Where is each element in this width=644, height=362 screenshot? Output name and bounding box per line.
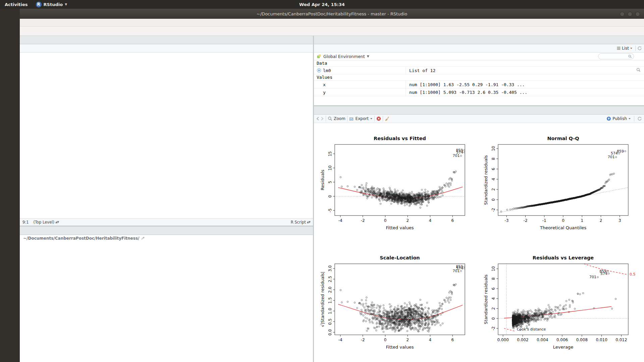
source-tabstrip (20, 36, 313, 44)
svg-text:574: 574 (600, 272, 607, 276)
app-menu-label: RStudio (44, 2, 63, 7)
close-button[interactable] (635, 12, 640, 16)
svg-text:Residuals: Residuals (320, 170, 325, 190)
svg-text:0.0: 0.0 (328, 329, 332, 336)
minimize-button[interactable] (620, 12, 625, 16)
app-menu[interactable]: R RStudio ▼ (33, 2, 70, 7)
subplot-normal-q-q: 859574701Normal Q-Q-3-2-10123Theoretical… (483, 136, 628, 230)
svg-text:701: 701 (452, 154, 460, 158)
svg-text:3.0: 3.0 (328, 265, 332, 272)
svg-text:8: 8 (491, 158, 496, 160)
environment-row-y[interactable]: ynum [1:1000] 5.093 -0.713 2.6 0.35 -0.4… (314, 88, 644, 96)
source-pane: 9:1 (Top Level)▲▼ R Script▲▼ (20, 36, 313, 226)
svg-text:8: 8 (491, 278, 496, 280)
clock[interactable]: Wed Apr 24, 15:34 (0, 2, 644, 7)
search-icon (628, 55, 632, 58)
subplot-residuals-vs-leverage: 0.5Cook's distance859574701Residuals vs … (483, 255, 636, 350)
svg-text:4: 4 (491, 297, 496, 300)
svg-text:Fitted values: Fitted values (386, 225, 414, 230)
svg-text:0.5: 0.5 (328, 318, 332, 325)
svg-text:859: 859 (617, 149, 624, 154)
menubar (20, 19, 644, 26)
scope-dropdown[interactable]: Global Environment (323, 54, 365, 59)
svg-text:-2: -2 (491, 208, 496, 212)
plots-tabstrip (314, 106, 644, 115)
code-editor[interactable] (20, 53, 313, 218)
environment-row-x[interactable]: xnum [1:1000] 1.63 -2.55 0.29 -1.91 -0.3… (314, 81, 644, 88)
rstudio-logo-icon: R (36, 2, 42, 7)
svg-text:6: 6 (451, 218, 454, 223)
svg-text:-2: -2 (361, 218, 365, 223)
chevron-down-icon: ▼ (367, 55, 369, 58)
svg-text:-2: -2 (361, 338, 365, 342)
svg-text:2.5: 2.5 (328, 276, 332, 282)
export-plot-button[interactable]: Export (349, 116, 373, 121)
svg-text:Residuals vs Leverage: Residuals vs Leverage (533, 255, 594, 260)
subplot-residuals-vs-fitted: 859574701Residuals vs Fitted-4-20246Fitt… (320, 136, 465, 230)
svg-text:-2: -2 (524, 218, 528, 223)
inspect-object-icon[interactable] (636, 68, 641, 72)
svg-text:10: 10 (491, 266, 496, 271)
svg-text:Standardized residuals: Standardized residuals (483, 155, 488, 205)
svg-text:0.008: 0.008 (576, 338, 588, 342)
object-name: x (323, 82, 326, 87)
maximize-button[interactable] (628, 12, 632, 16)
svg-text:0.000: 0.000 (497, 338, 509, 342)
svg-text:0.012: 0.012 (615, 338, 627, 342)
environment-section-header: Data (314, 60, 644, 67)
goto-directory-icon[interactable] (141, 236, 146, 240)
plot-viewport: 859574701Residuals vs Fitted-4-20246Fitt… (314, 123, 644, 362)
working-directory: ~/Documents/CanberraPostDoc/Heritability… (23, 236, 139, 241)
svg-text:701: 701 (608, 155, 615, 159)
svg-text:Scale-Location: Scale-Location (380, 255, 420, 260)
editor-toolbar (20, 44, 313, 53)
svg-text:-4: -4 (338, 338, 342, 342)
publish-button[interactable]: Publish (606, 116, 631, 121)
file-type-selector[interactable]: R Script▲▼ (291, 220, 310, 225)
svg-text:15: 15 (328, 151, 332, 156)
view-mode-button[interactable]: List (615, 45, 634, 51)
svg-text:Normal Q-Q: Normal Q-Q (547, 136, 579, 141)
console-pane: ~/Documents/CanberraPostDoc/Heritability… (20, 227, 313, 362)
zoom-plot-button[interactable]: Zoom (328, 116, 345, 121)
environment-toolbar: List (314, 44, 644, 53)
next-plot-button[interactable] (320, 117, 324, 121)
svg-text:Leverage: Leverage (553, 345, 573, 350)
activities-button[interactable]: Activities (0, 2, 33, 7)
svg-text:10: 10 (328, 165, 332, 170)
plots-toolbar: ZoomExportPublish (314, 115, 644, 123)
svg-text:5: 5 (328, 181, 332, 184)
window-titlebar[interactable]: ~/Documents/CanberraPostDoc/Heritability… (20, 9, 644, 19)
svg-text:Cook's distance: Cook's distance (517, 327, 546, 331)
svg-text:Residuals vs Fitted: Residuals vs Fitted (374, 136, 426, 141)
environment-row-lm0[interactable]: lm0List of 12 (314, 67, 644, 74)
svg-text:701: 701 (589, 275, 596, 279)
clear-all-plots-button[interactable] (385, 116, 389, 121)
environment-search-input[interactable] (598, 53, 634, 59)
svg-text:6: 6 (451, 338, 454, 342)
svg-text:0.006: 0.006 (556, 338, 568, 342)
remove-plot-button[interactable] (376, 116, 381, 121)
svg-text:0: 0 (562, 218, 565, 223)
object-value: List of 12 (406, 68, 435, 73)
view-mode-label: List (622, 46, 629, 51)
previous-plot-button[interactable] (316, 117, 320, 121)
refresh-environment-icon[interactable] (637, 46, 642, 51)
environment-section-header: Values (314, 74, 644, 81)
svg-text:4: 4 (491, 178, 496, 181)
refresh-plot-icon[interactable] (637, 116, 642, 121)
svg-text:4: 4 (429, 338, 431, 342)
expand-object-icon[interactable] (317, 68, 321, 73)
scope-selector[interactable]: (Top Level)▲▼ (34, 220, 59, 225)
svg-text:3: 3 (619, 218, 621, 223)
environment-tabstrip (314, 36, 644, 44)
console-output[interactable] (20, 242, 313, 362)
console-tabstrip (20, 227, 313, 235)
chevron-down-icon: ▼ (65, 3, 67, 6)
svg-text:1.5: 1.5 (328, 297, 332, 304)
window-controls (620, 12, 640, 16)
editor-statusbar: 9:1 (Top Level)▲▼ R Script▲▼ (20, 218, 313, 226)
cursor-position: 9:1 (22, 220, 29, 225)
environment-pane: List Global Environment ▼ Datalm0List of… (314, 36, 644, 105)
environment-object-table: Datalm0List of 12Valuesxnum [1:1000] 1.6… (314, 60, 644, 96)
